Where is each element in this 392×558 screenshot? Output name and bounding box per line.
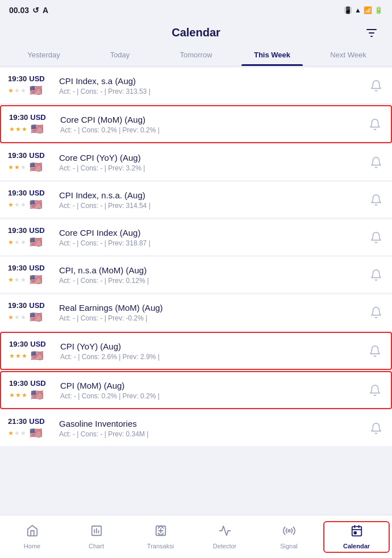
signal-bars-icon: 📶 <box>364 6 372 14</box>
event-time: 19:30 <box>8 151 27 160</box>
event-item-4[interactable]: 19:30 USD ★★★ 🇺🇸 CPI Index, n.s.a. (Aug)… <box>0 182 392 218</box>
time-display: 00.03 <box>9 6 29 15</box>
svg-rect-11 <box>352 526 361 536</box>
bell-icon[interactable] <box>367 343 383 359</box>
event-details: CPI Index, n.s.a. (Aug) Act: - | Cons: -… <box>59 190 368 210</box>
nav-calendar[interactable]: Calendar <box>323 521 390 553</box>
tab-tomorrow[interactable]: Tomorrow <box>158 45 234 66</box>
event-item-3[interactable]: 19:30 USD ★★★ 🇺🇸 Core CPI (YoY) (Aug) Ac… <box>0 144 392 181</box>
time-currency-row: 19:30 USD <box>9 113 46 122</box>
bell-icon[interactable] <box>368 230 384 245</box>
bell-icon[interactable] <box>368 305 384 320</box>
wifi-icon: ▲ <box>355 6 361 14</box>
tab-nextweek[interactable]: Next Week <box>310 45 386 66</box>
event-time-currency: 19:30 USD ★★★ 🇺🇸 <box>8 151 53 173</box>
bell-icon[interactable] <box>367 382 383 398</box>
event-name: CPI, n.s.a (MoM) (Aug) <box>59 265 368 275</box>
star-3: ★ <box>20 87 26 94</box>
event-details: CPI (MoM) (Aug) Act: - | Cons: 0.2% | Pr… <box>60 381 367 400</box>
event-flag: 🇺🇸 <box>30 236 42 248</box>
event-time-currency: 19:30 USD ★★★ 🇺🇸 <box>8 189 53 211</box>
event-time-currency: 19:30 USD ★★★ 🇺🇸 <box>8 264 53 286</box>
bell-icon[interactable] <box>368 192 384 208</box>
nav-detector[interactable]: Detector <box>193 520 257 554</box>
stars-flag-row: ★★★ 🇺🇸 <box>9 348 43 362</box>
detector-icon <box>219 524 231 540</box>
bell-icon[interactable] <box>368 78 384 94</box>
star-2: ★ <box>14 276 20 284</box>
event-item-10[interactable]: 21:30 USD ★★★ 🇺🇸 Gasoline Inventories Ac… <box>0 410 392 447</box>
stars-flag-row: ★★★ 🇺🇸 <box>8 160 42 173</box>
bell-icon[interactable] <box>368 420 384 436</box>
event-time: 21:30 <box>8 417 27 426</box>
time-currency-row: 19:30 USD <box>8 301 45 310</box>
event-item-8[interactable]: 19:30 USD ★★★ 🇺🇸 CPI (YoY) (Aug) Act: - … <box>0 332 392 370</box>
nav-signal[interactable]: Signal <box>257 520 321 554</box>
event-stars: ★★★ <box>9 392 27 399</box>
event-meta: Act: - | Cons: - | Prev: 3.2% | <box>59 164 368 172</box>
event-item-7[interactable]: 19:30 USD ★★★ 🇺🇸 Real Earnings (MoM) (Au… <box>0 294 392 331</box>
event-item-9[interactable]: 19:30 USD ★★★ 🇺🇸 CPI (MoM) (Aug) Act: - … <box>0 371 392 409</box>
page-header: Calendar <box>0 20 392 45</box>
event-flag: 🇺🇸 <box>30 427 42 439</box>
event-currency: USD <box>29 74 44 83</box>
status-icon-1: ↺ <box>32 6 39 15</box>
star-2: ★ <box>14 164 20 171</box>
event-item-2[interactable]: 19:30 USD ★★★ 🇺🇸 Core CPI (MoM) (Aug) Ac… <box>0 105 392 143</box>
tab-yesterday[interactable]: Yesterday <box>6 45 82 66</box>
event-stars: ★★★ <box>8 276 26 284</box>
star-3: ★ <box>22 392 27 399</box>
page-title: Calendar <box>172 26 220 39</box>
tab-thisweek[interactable]: This Week <box>234 45 310 66</box>
filter-button[interactable] <box>362 24 381 42</box>
event-name: CPI Index, s.a (Aug) <box>59 76 368 86</box>
stars-flag-row: ★★★ 🇺🇸 <box>8 426 42 439</box>
stars-flag-row: ★★★ 🇺🇸 <box>8 197 42 211</box>
bell-icon[interactable] <box>367 116 383 132</box>
star-3: ★ <box>20 164 26 171</box>
event-name: Core CPI (MoM) (Aug) <box>60 115 367 124</box>
event-stars: ★★★ <box>8 430 26 437</box>
event-name: Core CPI (YoY) (Aug) <box>59 153 368 163</box>
bell-icon[interactable] <box>368 155 384 170</box>
event-item-1[interactable]: 19:30 USD ★★★ 🇺🇸 CPI Index, s.a (Aug) Ac… <box>0 68 392 104</box>
stars-flag-row: ★★★ 🇺🇸 <box>8 310 42 323</box>
event-flag: 🇺🇸 <box>30 161 42 173</box>
home-icon <box>26 524 39 540</box>
event-item-6[interactable]: 19:30 USD ★★★ 🇺🇸 CPI, n.s.a (MoM) (Aug) … <box>0 257 392 293</box>
event-name: Core CPI Index (Aug) <box>59 228 368 238</box>
time-currency-row: 19:30 USD <box>8 74 45 83</box>
star-1: ★ <box>8 87 14 94</box>
event-details: Gasoline Inventories Act: - | Cons: - | … <box>59 419 368 438</box>
star-3: ★ <box>20 239 26 246</box>
star-2: ★ <box>15 126 21 133</box>
event-time: 19:30 <box>8 189 27 197</box>
bell-icon[interactable] <box>368 267 384 283</box>
event-details: Core CPI Index (Aug) Act: - | Cons: - | … <box>59 228 368 247</box>
star-2: ★ <box>14 201 20 209</box>
status-bar: 00.03 ↺ A 📳 ▲ 📶 🔋 <box>0 0 392 20</box>
nav-chart[interactable]: Chart <box>64 520 128 554</box>
svg-point-10 <box>288 530 290 532</box>
event-currency: USD <box>29 264 44 272</box>
event-details: Core CPI (MoM) (Aug) Act: - | Cons: 0.2%… <box>60 115 367 134</box>
star-1: ★ <box>8 314 14 321</box>
tab-today[interactable]: Today <box>82 45 158 66</box>
event-name: CPI Index, n.s.a. (Aug) <box>59 190 368 200</box>
event-stars: ★★★ <box>8 164 26 171</box>
stars-flag-row: ★★★ 🇺🇸 <box>8 272 42 286</box>
tab-navigation: Yesterday Today Tomorrow This Week Next … <box>0 45 392 66</box>
star-2: ★ <box>15 392 21 399</box>
star-1: ★ <box>8 164 14 171</box>
nav-transaksi[interactable]: Transaksi <box>128 520 193 554</box>
event-meta: Act: - | Cons: - | Prev: 313.53 | <box>59 88 368 95</box>
nav-home[interactable]: Home <box>0 520 64 554</box>
nav-calendar-label: Calendar <box>343 543 370 549</box>
event-time: 19:30 <box>8 301 27 310</box>
vibrate-icon: 📳 <box>344 6 352 14</box>
event-details: CPI, n.s.a (MoM) (Aug) Act: - | Cons: - … <box>59 265 368 285</box>
event-item-5[interactable]: 19:30 USD ★★★ 🇺🇸 Core CPI Index (Aug) Ac… <box>0 219 392 256</box>
event-stars: ★★★ <box>9 126 27 133</box>
event-meta: Act: - | Cons: 0.2% | Prev: 0.2% | <box>60 126 367 134</box>
event-currency: USD <box>29 301 44 310</box>
